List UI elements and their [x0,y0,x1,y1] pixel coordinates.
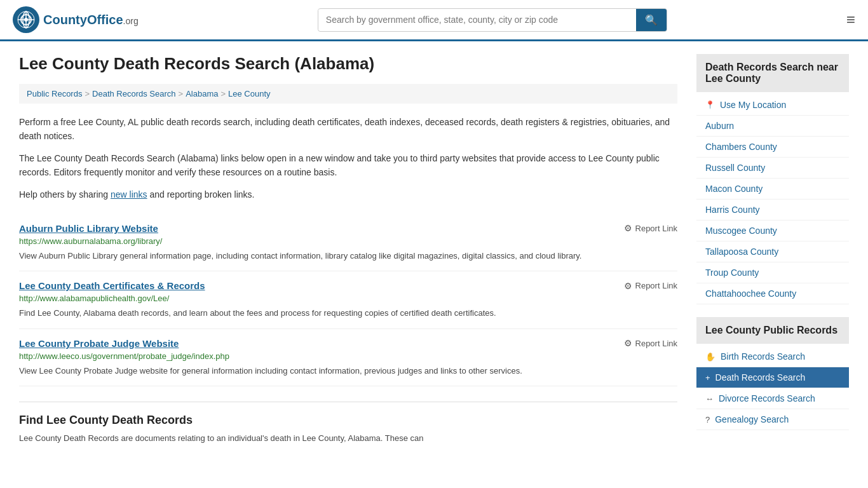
link-title[interactable]: Lee County Death Certificates & Records [19,280,205,291]
find-section: Find Lee County Death Records Lee County… [19,402,677,445]
records-label: Genealogy Search [715,414,789,424]
search-bar: 🔍 [318,8,667,32]
link-item: Lee County Probate Judge Website ⚙ Repor… [19,329,677,387]
breadcrumb-sep-3: > [220,89,226,98]
header: CountyOffice.org 🔍 ≡ [0,0,868,41]
nearby-label: Tallapoosa County [705,247,778,257]
nearby-item[interactable]: Macon County [696,179,849,200]
records-label: Death Records Search [715,372,806,383]
report-label: Report Link [635,339,677,348]
report-icon: ⚙ [624,281,632,291]
link-item: Lee County Death Certificates & Records … [19,271,677,329]
find-description: Lee County Death Records are documents r… [19,432,677,445]
logo-icon [13,6,39,33]
breadcrumb-lee-county[interactable]: Lee County [228,89,271,98]
search-button[interactable]: 🔍 [636,9,667,31]
logo-text: CountyOffice.org [43,13,139,27]
report-link-btn[interactable]: ⚙ Report Link [624,223,677,233]
nearby-item[interactable]: Auburn [696,116,849,137]
description-1: Perform a free Lee County, AL public dea… [19,115,677,144]
records-items: ✋ Birth Records Search + Death Records S… [696,346,849,430]
link-header: Lee County Death Certificates & Records … [19,280,677,291]
logo-area: CountyOffice.org [13,6,139,33]
find-title: Find Lee County Death Records [19,414,677,427]
nearby-label: Russell County [705,163,765,173]
records-label: Birth Records Search [721,351,805,362]
menu-icon[interactable]: ≡ [846,11,855,29]
nearby-label: Harris County [705,205,760,215]
nearby-item[interactable]: 📍Use My Location [696,95,849,116]
links-section: Auburn Public Library Website ⚙ Report L… [19,214,677,387]
desc3-prefix: Help others by sharing [19,189,111,200]
nearby-item[interactable]: Tallapoosa County [696,241,849,262]
content-area: Lee County Death Records Search (Alabama… [19,54,677,445]
description-3: Help others by sharing new links and rep… [19,187,677,201]
records-header: Lee County Public Records [696,317,849,344]
link-desc: View Lee County Probate Judge website fo… [19,365,677,377]
nearby-item[interactable]: Harris County [696,200,849,220]
report-link-btn[interactable]: ⚙ Report Link [624,338,677,348]
link-item: Auburn Public Library Website ⚙ Report L… [19,214,677,272]
link-desc: Find Lee County, Alabama death records, … [19,307,677,320]
records-icon: + [705,373,710,383]
nearby-label: Chattahoochee County [705,288,796,299]
nearby-item[interactable]: Chattahoochee County [696,283,849,304]
desc3-suffix: and reporting broken links. [147,189,255,200]
nearby-item[interactable]: Muscogee County [696,220,849,241]
records-section: Lee County Public Records ✋ Birth Record… [696,317,849,430]
report-label: Report Link [635,224,677,233]
records-item[interactable]: ? Genealogy Search [696,409,849,430]
sidebar: Death Records Search near Lee County 📍Us… [696,54,849,445]
report-icon: ⚙ [624,338,632,348]
records-icon: ✋ [705,352,715,362]
new-links-link[interactable]: new links [111,189,147,200]
link-title[interactable]: Lee County Probate Judge Website [19,338,179,349]
link-title[interactable]: Auburn Public Library Website [19,223,158,234]
records-label: Divorce Records Search [719,393,815,403]
nearby-item[interactable]: Troup County [696,262,849,283]
page-title: Lee County Death Records Search (Alabama… [19,54,677,74]
nearby-label: Macon County [705,184,763,194]
link-header: Lee County Probate Judge Website ⚙ Repor… [19,338,677,349]
nearby-label: Chambers County [705,142,777,152]
nearby-icon: 📍 [705,100,715,109]
link-desc: View Auburn Public Library general infor… [19,250,677,262]
breadcrumb: Public Records > Death Records Search > … [19,84,677,104]
report-label: Report Link [635,281,677,290]
description-2: The Lee County Death Records Search (Ala… [19,151,677,180]
records-item[interactable]: ↔ Divorce Records Search [696,388,849,409]
breadcrumb-death-records[interactable]: Death Records Search [92,89,176,98]
breadcrumb-sep-1: > [85,89,90,98]
breadcrumb-alabama[interactable]: Alabama [186,89,218,98]
main-container: Lee County Death Records Search (Alabama… [0,41,868,458]
breadcrumb-public-records[interactable]: Public Records [27,89,82,98]
nearby-item[interactable]: Chambers County [696,137,849,158]
nearby-header: Death Records Search near Lee County [696,54,849,92]
link-url[interactable]: https://www.auburnalabama.org/library/ [19,236,677,246]
records-item[interactable]: ✋ Birth Records Search [696,346,849,367]
link-url[interactable]: http://www.alabamapublichealth.gov/Lee/ [19,294,677,303]
records-item[interactable]: + Death Records Search [696,367,849,388]
nearby-label: Use My Location [720,100,786,110]
nearby-label: Muscogee County [705,226,777,236]
breadcrumb-sep-2: > [179,89,184,98]
link-header: Auburn Public Library Website ⚙ Report L… [19,223,677,234]
report-link-btn[interactable]: ⚙ Report Link [624,281,677,291]
link-url[interactable]: http://www.leeco.us/government/probate_j… [19,351,677,361]
nearby-items: 📍Use My LocationAuburnChambers CountyRus… [696,95,849,304]
nearby-label: Auburn [705,121,734,131]
search-input[interactable] [318,10,636,30]
nearby-item[interactable]: Russell County [696,158,849,179]
records-icon: ↔ [705,394,714,403]
nearby-section: Death Records Search near Lee County 📍Us… [696,54,849,304]
nearby-label: Troup County [705,268,759,278]
records-icon: ? [705,415,710,424]
report-icon: ⚙ [624,223,632,233]
